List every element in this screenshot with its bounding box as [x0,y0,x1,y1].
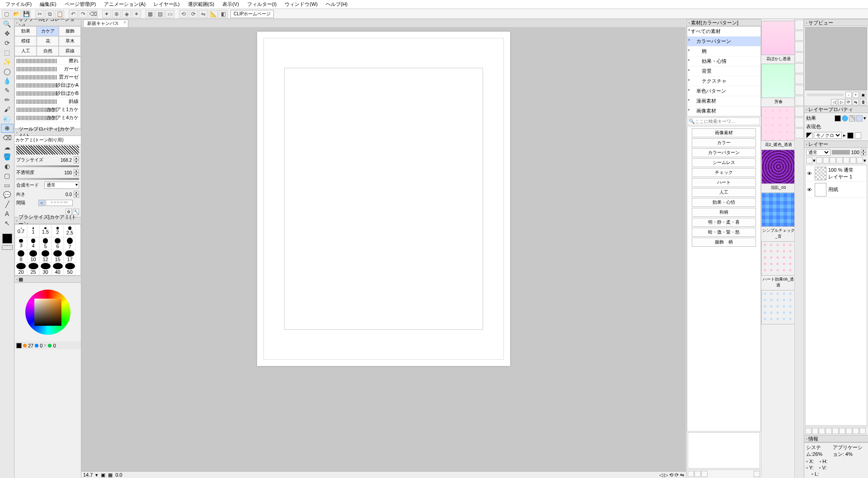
fill-icon[interactable]: 🪣 [1,152,14,161]
select-icon[interactable]: ⬚ [1,48,14,57]
brushsize-cell[interactable]: 1 [27,225,39,237]
material-tag[interactable]: チェック [692,168,756,177]
clip-icon[interactable] [816,157,822,164]
brush-item[interactable]: カケアミ1カケ [15,106,80,114]
menu-layer[interactable]: レイヤー(L) [150,0,183,9]
layer-opacity-stepper[interactable]: ▴▾ [861,149,866,156]
tree-item[interactable]: 背景 [687,66,760,76]
mat-register-icon[interactable] [795,31,804,41]
subview-del-icon[interactable]: 🗑 [860,99,866,105]
trash-icon[interactable] [859,428,866,434]
new-layer-icon[interactable] [805,428,812,434]
sttab-rule[interactable]: 罫線 [59,46,81,56]
opacity-slider[interactable] [16,178,79,180]
rotr-icon[interactable]: ⟳ [189,10,198,18]
color-wheel[interactable] [14,283,81,342]
mat-dl-icon[interactable] [795,74,804,84]
brushsize-cell[interactable]: 3 [15,237,27,250]
sttab-nature[interactable]: 自然 [37,46,59,56]
move-icon[interactable]: ✥ [1,29,14,38]
lock-icon[interactable] [836,157,843,164]
material-thumb[interactable]: 混乱_03 [761,150,794,191]
brushsize-cell[interactable]: 6 [52,237,64,250]
brushsize-cell[interactable]: 7 [64,237,76,250]
brushsize-cell[interactable]: 2.5 [64,225,76,237]
tree-item[interactable]: 柄 [687,47,760,56]
subview-rot-icon[interactable]: ⟳ [845,99,852,105]
brushsize-cell[interactable]: 15 [52,250,64,262]
text-icon[interactable]: A [1,209,14,218]
zoom-100-icon[interactable]: ▦ [108,472,113,478]
zoom-value[interactable]: 14.7 [83,472,93,478]
material-thumb[interactable]: 花2_暖色_透過 [761,107,794,148]
brushsize-stepper[interactable]: ▴▾ [74,156,79,164]
tree-item[interactable]: すべての素材 [687,27,760,37]
subview-zoomin-icon[interactable]: + [853,92,859,98]
brushsize-cell[interactable]: 0.7 [15,225,27,237]
material-tag[interactable]: 人工 [692,188,756,197]
canvas-area[interactable] [81,27,686,471]
mat-view-list-icon[interactable] [688,471,694,477]
subview-zoomout-icon[interactable]: - [845,92,852,98]
mat-menu-icon[interactable] [754,471,760,477]
tree-item[interactable]: テクスチャ [687,76,760,86]
opacity-stepper[interactable]: ▴▾ [74,169,79,176]
menu-window[interactable]: ウィンドウ(W) [281,0,321,9]
subview-area[interactable] [805,27,867,90]
transfer-icon[interactable] [826,428,832,434]
foreground-color[interactable] [2,234,12,244]
sttab-clothing[interactable]: 服飾 [59,26,81,36]
ruler2-icon[interactable] [850,157,856,164]
new-corr-icon[interactable] [819,428,825,434]
mat-del-icon[interactable] [795,63,804,73]
tab-canvas[interactable]: 新規キャンバス [83,19,128,27]
brush-item[interactable]: 雲ガーゼ [15,73,80,81]
brush-icon[interactable]: 🖌 [1,105,14,114]
apply-mask-icon[interactable] [846,428,852,434]
lp-layer-icon[interactable] [856,115,863,122]
subview-prev-icon[interactable]: ◁ [831,99,837,105]
homepage-button[interactable]: CLIPホームページ [230,10,274,18]
brushsize-cell[interactable]: 10 [27,250,39,262]
menu-help[interactable]: ヘルプ(H) [322,0,351,9]
material-tag[interactable]: ハート [692,178,756,187]
material-thumb[interactable]: 花ぼかし透過 [761,21,794,62]
brushsize-slider[interactable] [16,165,79,167]
sttab-kakeami[interactable]: カケア [37,26,59,36]
brushsize-cell[interactable]: 12 [39,250,52,262]
tree-item[interactable]: 漫画素材 [687,96,760,106]
merge-icon[interactable] [832,428,839,434]
material-tag[interactable]: 暗・激・緊・怒 [692,228,756,237]
lp-white-icon[interactable] [855,132,861,139]
balloon-icon[interactable]: 💬 [1,190,14,199]
blend-icon[interactable]: ☁ [1,143,14,152]
gradient-icon[interactable]: ◐ [1,162,14,171]
layer-opacity-value[interactable]: 100 [851,150,859,155]
layer-visibility-icon[interactable]: 👁 [806,187,813,192]
ref-icon[interactable] [823,157,829,164]
mat-prop-icon[interactable] [795,42,804,52]
material-tag[interactable]: カラーパターン [692,148,756,157]
lasso-icon[interactable]: ◯ [1,67,14,76]
menu-filter[interactable]: フィルター(I) [244,0,280,9]
frame2-icon[interactable]: ▭ [1,181,14,190]
eraser-icon[interactable]: ⌫ [1,133,14,142]
brushsize-cell[interactable]: 17 [64,250,76,262]
subview-fit-icon[interactable]: ▣ [860,92,866,98]
brush-item[interactable]: ガーゼ [15,65,80,73]
mat-paste-icon[interactable] [795,20,804,30]
lp-express-dropdown[interactable]: モノクロ [814,132,842,139]
open-icon[interactable]: 📂 [12,10,21,18]
material-search-input[interactable] [695,119,759,124]
undo-icon[interactable]: ↶ [69,10,78,18]
material-thumb[interactable]: シンプルチェック_青 [761,192,794,239]
brushsize-cell[interactable]: 40 [52,262,64,275]
brushsize-cell[interactable]: 25 [27,262,39,275]
brushsize-cell[interactable]: 20 [15,262,27,275]
shape-icon[interactable]: ▢ [1,171,14,180]
material-search[interactable]: 🔍 [688,117,760,125]
material-tag[interactable]: 効果・心情 [692,198,756,207]
grid-icon[interactable]: ▦ [145,10,155,18]
dir-value[interactable]: 0.0 [54,192,72,197]
gap-pattern[interactable]: ○ ○ ○ ○ ○○ [46,200,73,206]
